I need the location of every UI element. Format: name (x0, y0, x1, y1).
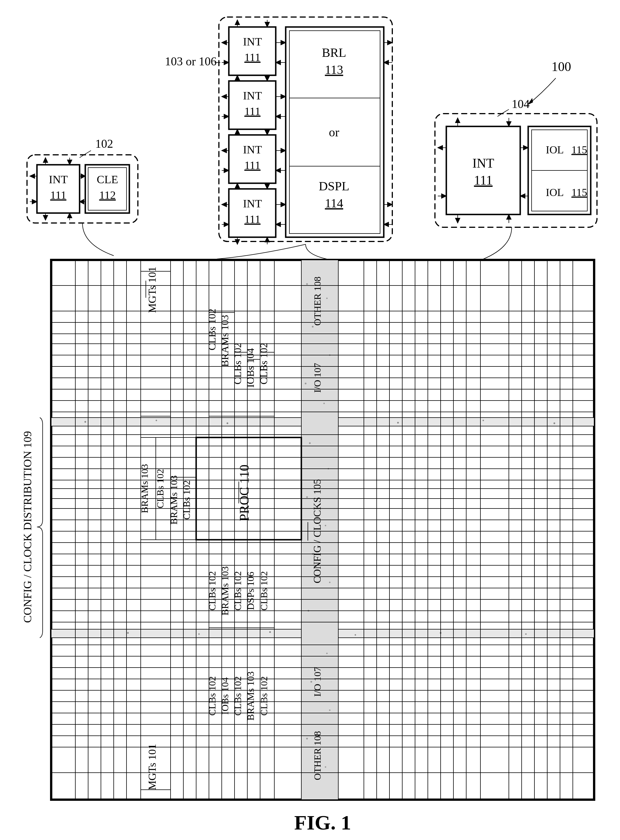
svg-point-7 (127, 632, 129, 634)
svg-text:INT: INT (49, 173, 68, 186)
svg-rect-126 (184, 438, 196, 458)
svg-marker-249 (281, 94, 286, 99)
svg-point-29 (306, 738, 308, 740)
svg-text:BRAMs 103: BRAMs 103 (245, 672, 256, 721)
svg-point-8 (199, 633, 200, 635)
svg-point-6 (554, 422, 555, 424)
svg-point-26 (327, 653, 328, 654)
svg-marker-171 (68, 160, 72, 165)
svg-text:CLBs 102: CLBs 102 (259, 571, 269, 611)
fpga-architecture-diagram: PROC 110 MGTs 101 CLBs 102 BRAMs 103 CLB… (0, 0, 620, 840)
svg-text:INT: INT (473, 156, 494, 171)
svg-marker-283 (507, 122, 511, 126)
svg-text:102: 102 (95, 137, 113, 150)
svg-text:CLBs 102: CLBs 102 (206, 309, 218, 350)
svg-marker-293 (523, 146, 528, 150)
svg-marker-177 (30, 174, 35, 178)
svg-marker-217 (235, 129, 240, 134)
svg-marker-213 (235, 75, 240, 80)
svg-marker-247 (276, 60, 281, 65)
svg-point-10 (355, 634, 356, 636)
svg-text:115: 115 (571, 144, 587, 156)
svg-text:CLBs 102: CLBs 102 (232, 343, 243, 384)
svg-text:BRAMs 103: BRAMs 103 (169, 476, 179, 525)
svg-text:I/O  107: I/O 107 (312, 667, 323, 697)
svg-point-14 (327, 298, 328, 299)
svg-point-1 (156, 420, 157, 421)
svg-text:CLBs  102: CLBs 102 (181, 480, 192, 520)
svg-text:IOL: IOL (546, 186, 564, 198)
svg-marker-291 (441, 194, 446, 198)
ref-100: 100 (551, 59, 571, 74)
config-clocks-label: CONFIG / CLOCKS 105 (312, 479, 323, 583)
svg-marker-281 (455, 118, 460, 123)
svg-rect-125 (170, 438, 184, 458)
svg-marker-263 (384, 60, 388, 65)
svg-text:111: 111 (244, 213, 260, 225)
svg-text:DSPL: DSPL (319, 179, 349, 193)
svg-marker-285 (455, 218, 460, 223)
svg-marker-175 (68, 213, 72, 218)
svg-text:111: 111 (50, 189, 66, 201)
svg-point-5 (483, 420, 484, 421)
svg-marker-229 (222, 40, 227, 45)
svg-marker-251 (276, 114, 281, 119)
svg-point-9 (269, 631, 271, 633)
svg-point-15 (312, 326, 313, 327)
svg-marker-257 (281, 202, 286, 207)
svg-marker-237 (222, 148, 227, 153)
svg-point-2 (227, 422, 228, 424)
svg-marker-227 (265, 237, 269, 242)
svg-text:CLBs 102: CLBs 102 (233, 571, 243, 611)
svg-point-19 (309, 442, 311, 444)
svg-text:CLBs 102: CLBs 102 (207, 676, 217, 716)
svg-marker-173 (43, 215, 48, 220)
svg-marker-215 (265, 76, 269, 81)
svg-point-12 (525, 633, 527, 635)
svg-text:BRAMs 103: BRAMs 103 (220, 567, 230, 616)
svg-text:OTHER 108: OTHER 108 (312, 277, 323, 326)
svg-marker-219 (265, 130, 269, 135)
svg-point-13 (306, 283, 308, 285)
svg-marker-295 (520, 194, 525, 198)
svg-marker-231 (224, 60, 229, 65)
svg-point-30 (325, 766, 327, 768)
left-lower-labels: CLBs 102 BRAMs 103 CLBs 102 DSPs 106 CLB… (141, 554, 274, 790)
svg-rect-270 (446, 126, 520, 214)
svg-marker-289 (438, 146, 442, 150)
svg-point-17 (305, 382, 307, 384)
svg-text:111: 111 (244, 51, 260, 64)
svg-text:IOBs 104: IOBs 104 (245, 348, 256, 387)
svg-text:111: 111 (474, 173, 493, 188)
side-label: CONFIG / CLOCK DISTRIBUTION 109 (21, 431, 34, 623)
svg-point-28 (329, 710, 331, 711)
svg-point-22 (325, 525, 327, 526)
svg-text:INT: INT (243, 35, 262, 48)
svg-text:BRL: BRL (322, 46, 346, 60)
svg-text:DSPs 106: DSPs 106 (245, 572, 256, 610)
svg-text:111: 111 (244, 159, 260, 172)
svg-text:104: 104 (512, 98, 530, 111)
svg-marker-287 (507, 214, 511, 219)
svg-text:114: 114 (325, 196, 343, 210)
svg-text:113: 113 (325, 63, 343, 77)
side-brace (37, 418, 43, 638)
svg-point-4 (397, 422, 399, 423)
svg-point-21 (306, 496, 308, 498)
svg-text:CLBs  102: CLBs 102 (155, 469, 166, 508)
svg-marker-261 (387, 40, 392, 45)
svg-text:CLE: CLE (97, 173, 118, 186)
svg-marker-179 (32, 200, 37, 204)
svg-text:CLBs 102: CLBs 102 (258, 343, 269, 384)
svg-text:IOL: IOL (546, 144, 564, 156)
svg-marker-241 (222, 202, 227, 207)
svg-marker-253 (281, 148, 286, 153)
svg-text:111: 111 (244, 105, 260, 118)
callout-103-106: 103 or 106 INT 111 INT 111 INT 111 INT 1… (165, 17, 392, 259)
svg-text:CLBs 102: CLBs 102 (207, 571, 217, 611)
svg-marker-211 (265, 22, 269, 27)
svg-text:MGTs  101: MGTs 101 (146, 744, 158, 790)
svg-marker-245 (281, 40, 286, 45)
svg-text:BRAMs 103: BRAMs 103 (219, 315, 230, 367)
svg-text:CLBs 102: CLBs 102 (259, 676, 269, 716)
